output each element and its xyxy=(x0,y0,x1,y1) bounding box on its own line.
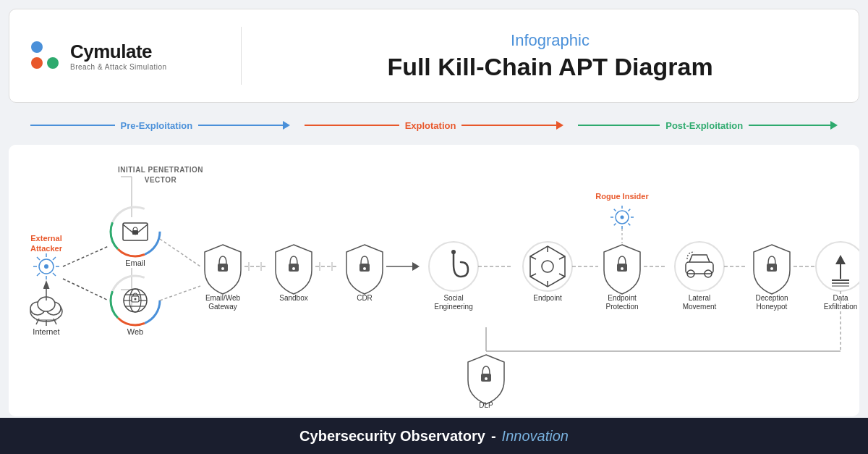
initial-penetration-label2: VECTOR xyxy=(145,176,177,184)
initial-penetration-label: INITIAL PENETRATION xyxy=(118,166,203,174)
endpoint-protection-label2: Protection xyxy=(605,303,638,311)
dlp-label: DLP xyxy=(479,401,493,409)
phase-pre-exploitation: Pre-Exploitation xyxy=(30,120,290,131)
svg-point-58 xyxy=(363,267,366,270)
footer-italic-text: Innovation xyxy=(502,428,569,445)
phase-label-exp: Explotation xyxy=(399,120,462,131)
svg-rect-33 xyxy=(132,230,138,235)
footer: Cybersecurity Observatory - Innovation xyxy=(0,418,868,454)
deception-honeypot-label: Deception xyxy=(755,294,788,302)
external-attacker-label2: Attacker xyxy=(30,244,63,253)
svg-point-96 xyxy=(816,242,859,291)
phase-label-pre: Pre-Exploitation xyxy=(115,120,199,131)
footer-dash: - xyxy=(491,428,496,445)
svg-point-106 xyxy=(485,377,488,380)
rogue-insider-label: Rogue Insider xyxy=(595,192,649,201)
phase-post-exploitation: Post-Exploitation xyxy=(578,120,838,131)
svg-point-88 xyxy=(675,242,724,291)
phase-label-post: Post-Exploitation xyxy=(660,120,749,131)
dot-empty xyxy=(47,41,59,53)
svg-point-74 xyxy=(621,216,624,219)
lateral-movement-label2: Movement xyxy=(683,303,717,311)
endpoint-label: Endpoint xyxy=(533,294,562,302)
header-card: Cymulate Breach & Attack Simulation Info… xyxy=(9,9,859,103)
svg-point-53 xyxy=(292,267,295,270)
social-engineering-label: Social xyxy=(443,294,463,302)
logo-dots xyxy=(31,41,60,70)
svg-point-94 xyxy=(770,267,773,270)
arrow-exp xyxy=(556,121,563,130)
arrow-pre xyxy=(283,121,290,130)
deception-honeypot-label2: Honeypot xyxy=(757,303,788,311)
footer-main-text: Cybersecurity Observatory xyxy=(299,428,485,445)
svg-point-62 xyxy=(451,250,456,254)
diagram-svg: INITIAL PENETRATION VECTOR External Atta… xyxy=(9,145,859,416)
logo-name: Cymulate xyxy=(70,41,167,63)
dot-blue xyxy=(31,41,43,53)
email-web-gateway-label2: Gateway xyxy=(208,303,237,311)
cdr-label: CDR xyxy=(357,294,373,302)
diagram-area: INITIAL PENETRATION VECTOR External Atta… xyxy=(9,145,859,416)
email-label: Email xyxy=(125,258,145,267)
svg-point-86 xyxy=(621,267,624,270)
lateral-movement-label: Lateral xyxy=(689,294,711,302)
logo-sub: Breach & Attack Simulation xyxy=(70,63,167,71)
dot-orange xyxy=(31,57,43,69)
header-divider xyxy=(241,27,242,85)
social-engineering-label2: Engineering xyxy=(434,303,472,311)
svg-point-44 xyxy=(135,298,137,300)
svg-point-14 xyxy=(44,264,48,269)
phase-exploitation: Explotation xyxy=(305,120,564,131)
email-web-gateway-label: Email/Web xyxy=(205,294,241,302)
sandbox-label: Sandbox xyxy=(279,294,307,302)
logo-area: Cymulate Breach & Attack Simulation xyxy=(31,41,219,71)
phases-row: Pre-Exploitation Explotation Post-Exploi… xyxy=(9,114,859,136)
svg-point-48 xyxy=(221,267,224,270)
endpoint-protection-label: Endpoint xyxy=(608,294,637,302)
dot-green xyxy=(47,57,59,69)
main-title: Full Kill-Chain APT Diagram xyxy=(263,53,837,81)
header-title-area: Infographic Full Kill-Chain APT Diagram xyxy=(263,31,837,81)
web-label: Web xyxy=(127,327,143,336)
external-attacker-label: External xyxy=(30,234,61,243)
logo-text-area: Cymulate Breach & Attack Simulation xyxy=(70,41,167,71)
infographic-label: Infographic xyxy=(263,31,837,50)
arrow-post xyxy=(830,121,838,130)
internet-label: Internet xyxy=(33,327,59,336)
